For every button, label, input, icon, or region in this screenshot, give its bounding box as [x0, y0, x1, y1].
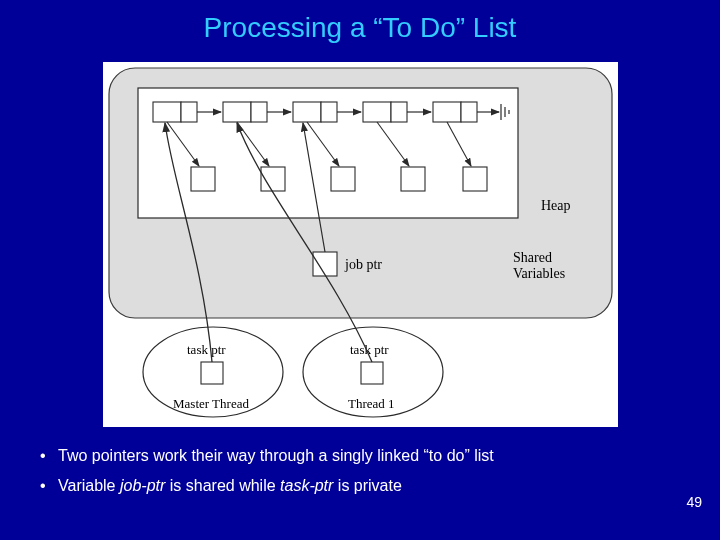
- bullet-1-text: Two pointers work their way through a si…: [58, 447, 494, 464]
- svg-rect-2: [153, 102, 181, 122]
- svg-rect-24: [463, 167, 487, 191]
- label-heap: Heap: [541, 198, 571, 213]
- page-title: Processing a “To Do” List: [0, 0, 720, 44]
- label-job-ptr: job ptr: [344, 257, 382, 272]
- bullet-list: • Two pointers work their way through a …: [0, 427, 720, 502]
- page-number: 49: [686, 494, 702, 510]
- svg-text:task  ptr: task ptr: [187, 342, 226, 357]
- svg-rect-5: [251, 102, 267, 122]
- svg-rect-33: [201, 362, 223, 384]
- bullet-1: • Two pointers work their way through a …: [40, 441, 720, 471]
- svg-rect-30: [313, 252, 337, 276]
- svg-rect-11: [461, 102, 477, 122]
- svg-text:Thread 1: Thread 1: [348, 396, 395, 411]
- svg-rect-20: [191, 167, 215, 191]
- svg-rect-9: [391, 102, 407, 122]
- svg-rect-37: [361, 362, 383, 384]
- bullet-2: • Variable job-ptr is shared while task-…: [40, 471, 720, 501]
- thread-1: task ptr Thread 1: [303, 327, 443, 417]
- svg-text:task ptr: task ptr: [350, 342, 389, 357]
- master-thread: task ptr Master Thread: [143, 327, 283, 417]
- svg-rect-7: [321, 102, 337, 122]
- svg-rect-8: [363, 102, 391, 122]
- svg-rect-4: [223, 102, 251, 122]
- svg-rect-3: [181, 102, 197, 122]
- svg-rect-22: [331, 167, 355, 191]
- svg-rect-6: [293, 102, 321, 122]
- diagram-figure: Heap: [103, 62, 618, 427]
- svg-text:Master Thread: Master Thread: [173, 396, 249, 411]
- svg-rect-10: [433, 102, 461, 122]
- svg-rect-23: [401, 167, 425, 191]
